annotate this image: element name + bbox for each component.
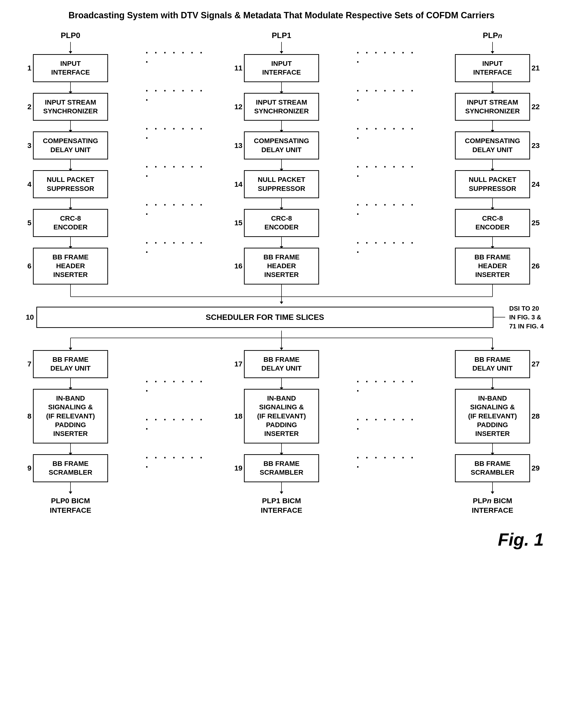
num-5: 5 bbox=[19, 219, 31, 227]
column-plpn-bottom: BB FRAME DELAY UNIT 27 IN-BAND SIGNALING… bbox=[441, 350, 544, 515]
dsi-arrow bbox=[494, 314, 505, 321]
block-row-19: 19 BB FRAME SCRAMBLER bbox=[230, 454, 333, 482]
svg-marker-5 bbox=[280, 302, 283, 304]
num-9: 9 bbox=[19, 464, 31, 472]
bb-frame-delay-1: BB FRAME DELAY UNIT bbox=[244, 350, 319, 378]
block-row-3: 3 COMPENSATING DELAY UNIT bbox=[19, 131, 122, 159]
column-plp0-bottom: 7 BB FRAME DELAY UNIT 8 IN-BAND SIGNALIN… bbox=[19, 350, 122, 515]
block-row-26: BB FRAME HEADER INSERTER 26 bbox=[441, 248, 544, 285]
dsi-label: DSI TO 20 IN FIG. 3 & 71 IN FIG. 4 bbox=[509, 304, 544, 331]
block-row-7: 7 BB FRAME DELAY UNIT bbox=[19, 350, 122, 378]
num-3: 3 bbox=[19, 141, 31, 150]
block-row-17: 17 BB FRAME DELAY UNIT bbox=[230, 350, 333, 378]
block-row-14: 14 NULL PACKET SUPPRESSOR bbox=[230, 170, 333, 198]
bb-frame-scrambler-n: BB FRAME SCRAMBLER bbox=[455, 454, 530, 482]
num-23: 23 bbox=[532, 141, 544, 150]
block-row-21: INPUT INTERFACE 21 bbox=[441, 54, 544, 82]
block-row-1: 1 INPUT INTERFACE bbox=[19, 54, 122, 82]
num-8: 8 bbox=[19, 412, 31, 420]
num-26: 26 bbox=[532, 262, 544, 270]
column-plp1-bottom: 17 BB FRAME DELAY UNIT 18 IN-BAND SIGNAL… bbox=[230, 350, 333, 515]
bb-frame-scrambler-1: BB FRAME SCRAMBLER bbox=[244, 454, 319, 482]
num-16: 16 bbox=[230, 262, 242, 270]
num-28: 28 bbox=[532, 412, 544, 420]
plp1-label: PLP1 bbox=[272, 31, 291, 40]
num-18: 18 bbox=[230, 412, 242, 420]
block-row-27: BB FRAME DELAY UNIT 27 bbox=[441, 350, 544, 378]
crc8-encoder-1: CRC-8 ENCODER bbox=[244, 209, 319, 237]
scheduler-row: 10 SCHEDULER FOR TIME SLICES DSI TO 20 I… bbox=[19, 304, 544, 331]
connector-lines-bottom bbox=[19, 331, 544, 350]
input-interface-n: INPUT INTERFACE bbox=[455, 54, 530, 82]
dots-col-1: . . . . . . . . . . . . . . . . . . . . … bbox=[146, 31, 206, 254]
column-plp0: PLP0 1 INPUT INTERFACE 2 INPUT STREAM SY… bbox=[19, 31, 122, 285]
input-stream-sync-0: INPUT STREAM SYNCHRONIZER bbox=[33, 93, 108, 121]
null-packet-suppressor-n: NULL PACKET SUPPRESSOR bbox=[455, 170, 530, 198]
input-stream-sync-n: INPUT STREAM SYNCHRONIZER bbox=[455, 93, 530, 121]
num-17: 17 bbox=[230, 360, 242, 368]
block-row-6: 6 BB FRAME HEADER INSERTER bbox=[19, 248, 122, 285]
plp0-label: PLP0 bbox=[61, 31, 80, 40]
num-24: 24 bbox=[532, 180, 544, 188]
block-row-18: 18 IN-BAND SIGNALING & (IF RELEVANT) PAD… bbox=[230, 389, 333, 443]
block-row-15: 15 CRC-8 ENCODER bbox=[230, 209, 333, 237]
num-27: 27 bbox=[532, 360, 544, 368]
input-stream-sync-1: INPUT STREAM SYNCHRONIZER bbox=[244, 93, 319, 121]
bb-frame-header-n: BB FRAME HEADER INSERTER bbox=[455, 248, 530, 285]
block-row-9: 9 BB FRAME SCRAMBLER bbox=[19, 454, 122, 482]
null-packet-suppressor-1: NULL PACKET SUPPRESSOR bbox=[244, 170, 319, 198]
dots-col-bottom-1: . . . . . . . . . . . . . . . . . . . . … bbox=[146, 350, 206, 469]
scheduler-block: SCHEDULER FOR TIME SLICES bbox=[36, 307, 494, 328]
crc8-encoder-n: CRC-8 ENCODER bbox=[455, 209, 530, 237]
plp1-bicm: PLP1 BICM INTERFACE bbox=[261, 496, 302, 515]
input-interface-0: INPUT INTERFACE bbox=[33, 54, 108, 82]
num-1: 1 bbox=[19, 64, 31, 72]
page-title: Broadcasting System with DTV Signals & M… bbox=[15, 10, 548, 21]
block-row-25: CRC-8 ENCODER 25 bbox=[441, 209, 544, 237]
bb-frame-delay-n: BB FRAME DELAY UNIT bbox=[455, 350, 530, 378]
inband-signaling-n: IN-BAND SIGNALING & (IF RELEVANT) PADDIN… bbox=[455, 389, 530, 443]
compensating-delay-1: COMPENSATING DELAY UNIT bbox=[244, 131, 319, 159]
block-row-29: BB FRAME SCRAMBLER 29 bbox=[441, 454, 544, 482]
dots-col-bottom-2: . . . . . . . . . . . . . . . . . . . . … bbox=[357, 350, 418, 469]
block-row-13: 13 COMPENSATING DELAY UNIT bbox=[230, 131, 333, 159]
block-row-24: NULL PACKET SUPPRESSOR 24 bbox=[441, 170, 544, 198]
scheduler-num: 10 bbox=[19, 313, 34, 321]
svg-marker-11 bbox=[69, 348, 72, 350]
connector-lines-top bbox=[19, 285, 544, 304]
column-plpn: PLPn INPUT INTERFACE 21 INPUT STREAM SYN… bbox=[441, 31, 544, 285]
block-row-22: INPUT STREAM SYNCHRONIZER 22 bbox=[441, 93, 544, 121]
inband-signaling-1: IN-BAND SIGNALING & (IF RELEVANT) PADDIN… bbox=[244, 389, 319, 443]
bb-frame-header-0: BB FRAME HEADER INSERTER bbox=[33, 248, 108, 285]
bb-frame-header-1: BB FRAME HEADER INSERTER bbox=[244, 248, 319, 285]
num-14: 14 bbox=[230, 180, 242, 188]
num-29: 29 bbox=[532, 464, 544, 472]
num-11: 11 bbox=[230, 64, 242, 72]
num-6: 6 bbox=[19, 262, 31, 270]
num-7: 7 bbox=[19, 360, 31, 368]
num-2: 2 bbox=[19, 103, 31, 111]
plp0-bicm: PLP0 BICM INTERFACE bbox=[50, 496, 91, 515]
svg-marker-15 bbox=[491, 348, 494, 350]
block-row-2: 2 INPUT STREAM SYNCHRONIZER bbox=[19, 93, 122, 121]
block-row-8: 8 IN-BAND SIGNALING & (IF RELEVANT) PADD… bbox=[19, 389, 122, 443]
fig-label: Fig. 1 bbox=[498, 530, 544, 550]
num-4: 4 bbox=[19, 180, 31, 188]
num-22: 22 bbox=[532, 103, 544, 111]
num-21: 21 bbox=[532, 64, 544, 72]
svg-marker-13 bbox=[280, 348, 283, 350]
block-row-4: 4 NULL PACKET SUPPRESSOR bbox=[19, 170, 122, 198]
num-19: 19 bbox=[230, 464, 242, 472]
dots-col-2: . . . . . . . . . . . . . . . . . . . . … bbox=[357, 31, 418, 254]
bb-frame-scrambler-0: BB FRAME SCRAMBLER bbox=[33, 454, 108, 482]
plpn-bicm: PLPn BICMINTERFACE bbox=[472, 496, 513, 515]
block-row-5: 5 CRC-8 ENCODER bbox=[19, 209, 122, 237]
block-row-12: 12 INPUT STREAM SYNCHRONIZER bbox=[230, 93, 333, 121]
num-25: 25 bbox=[532, 219, 544, 227]
block-row-11: 11 INPUT INTERFACE bbox=[230, 54, 333, 82]
num-12: 12 bbox=[230, 103, 242, 111]
plpn-label: PLPn bbox=[483, 31, 502, 40]
column-plp1: PLP1 11 INPUT INTERFACE 12 INPUT STREAM … bbox=[230, 31, 333, 285]
null-packet-suppressor-0: NULL PACKET SUPPRESSOR bbox=[33, 170, 108, 198]
compensating-delay-0: COMPENSATING DELAY UNIT bbox=[33, 131, 108, 159]
